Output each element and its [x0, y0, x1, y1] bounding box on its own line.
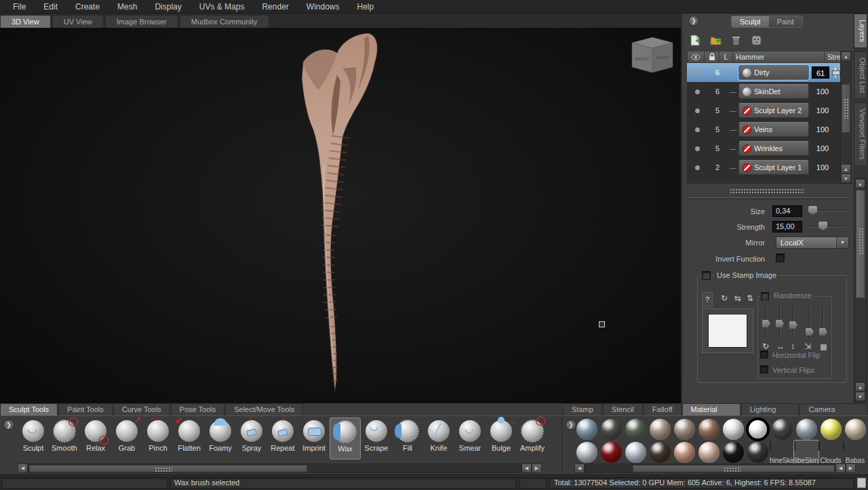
- layer-strength-input[interactable]: 61: [812, 66, 829, 79]
- material-thumb-hineskir[interactable]: hineSkir: [770, 441, 794, 464]
- new-layer-icon[interactable]: [689, 34, 701, 46]
- menu-render[interactable]: Render: [253, 0, 297, 14]
- randomize-slider-1[interactable]: [762, 305, 770, 338]
- layer-pill[interactable]: Veins: [738, 122, 809, 137]
- name-column-header[interactable]: Hammer: [733, 51, 825, 63]
- flip-horizontal-icon[interactable]: ⇆: [734, 293, 741, 303]
- material-swatch[interactable]: [599, 417, 623, 441]
- tool-amplify[interactable]: Amplify: [517, 417, 548, 460]
- tool-tray-scrollbar[interactable]: ◀ ◀ ▶: [18, 464, 551, 473]
- export-icon[interactable]: ⇲: [804, 342, 811, 351]
- chevron-down-icon[interactable]: ▼: [836, 237, 848, 248]
- material-swatch[interactable]: [818, 417, 843, 441]
- tool-smooth[interactable]: Smooth: [49, 417, 80, 460]
- material-swatch[interactable]: [672, 417, 696, 441]
- tab-3d-view[interactable]: 3D View: [0, 15, 51, 28]
- size-input[interactable]: 0,34: [772, 205, 802, 217]
- tab-lighting-presets[interactable]: Lighting Presets: [741, 403, 800, 415]
- vertical-flips-checkbox[interactable]: [760, 365, 768, 373]
- layer-pill[interactable]: SkinDet: [738, 84, 809, 99]
- tab-uv-view[interactable]: UV View: [52, 15, 104, 28]
- layer-row-sculpt-layer-2[interactable]: 5 — Sculpt Layer 2 100: [687, 101, 840, 120]
- flip-vertical-icon[interactable]: ⇅: [747, 293, 753, 303]
- material-tray-scrollbar[interactable]: ◀ ◀ ▶: [574, 464, 865, 473]
- menu-uvs-maps[interactable]: UVs & Maps: [191, 0, 254, 14]
- paint-mode-button[interactable]: Paint: [769, 16, 802, 27]
- layer-pill[interactable]: Dirty: [738, 65, 809, 80]
- use-stamp-checkbox[interactable]: [702, 271, 711, 280]
- tool-imprint[interactable]: Imprint: [298, 417, 330, 460]
- randomize-slider-2[interactable]: [776, 305, 784, 338]
- invert-function-checkbox[interactable]: [776, 253, 785, 262]
- tray-expander-icon[interactable]: ❯: [3, 420, 14, 430]
- level-column-header[interactable]: L: [719, 51, 733, 63]
- layer-pill[interactable]: Sculpt Layer 2: [738, 103, 809, 118]
- randomize-slider-3[interactable]: [789, 305, 797, 338]
- panel-expander-icon[interactable]: ❯: [688, 16, 699, 26]
- panel-splitter-handle[interactable]: [730, 188, 804, 193]
- material-swatch[interactable]: [648, 441, 672, 464]
- scroll-up-icon[interactable]: ▲: [841, 52, 851, 61]
- material-swatch[interactable]: [648, 417, 672, 441]
- rotate-icon[interactable]: ↻: [762, 342, 769, 351]
- scrollbar-thumb[interactable]: [842, 84, 850, 133]
- menu-file[interactable]: File: [4, 0, 35, 14]
- material-thumb-clouds[interactable]: Clouds: [818, 441, 843, 464]
- lock-column-icon[interactable]: [705, 51, 719, 63]
- tool-pinch[interactable]: Pinch: [142, 417, 174, 460]
- scroll-up-icon[interactable]: ▲: [841, 164, 851, 173]
- tab-sculpt-tools[interactable]: Sculpt Tools: [0, 403, 58, 415]
- material-swatch[interactable]: [770, 417, 794, 441]
- scroll-up-icon[interactable]: ▲: [855, 382, 865, 392]
- material-swatch[interactable]: [745, 417, 770, 441]
- tab-curve-tools[interactable]: Curve Tools: [113, 403, 170, 415]
- vertical-range-icon[interactable]: ↕: [791, 342, 795, 351]
- layer-list-scrollbar[interactable]: ▲ ▲ ▼: [840, 51, 852, 184]
- tool-relax[interactable]: Relax: [80, 417, 111, 460]
- menu-mesh[interactable]: Mesh: [108, 0, 146, 14]
- material-swatch[interactable]: [721, 441, 745, 464]
- tab-camera-bookmarks[interactable]: Camera Bookmarks: [800, 403, 867, 415]
- material-swatch[interactable]: [599, 441, 623, 464]
- strength-input[interactable]: 15,00: [772, 221, 802, 232]
- viewcube[interactable]: FRONT RIGHT: [624, 33, 678, 78]
- tool-scrape[interactable]: Scrape: [361, 417, 392, 460]
- randomize-checkbox[interactable]: [761, 292, 769, 300]
- randomize-slider-5[interactable]: [819, 305, 827, 338]
- layer-pill[interactable]: Wrinkles: [738, 141, 809, 156]
- material-swatch[interactable]: [696, 417, 721, 441]
- layer-row-sculpt-layer-1[interactable]: 2 — Sculpt Layer 1 100: [687, 158, 840, 177]
- properties-scrollbar[interactable]: ▲ ▲ ▼: [854, 178, 867, 402]
- layer-row-dirty[interactable]: 6 — Dirty 61: [687, 63, 840, 82]
- layer-row-skindet[interactable]: 6 — SkinDet 100: [687, 82, 840, 101]
- layer-row-veins[interactable]: 5 — Veins 100: [687, 120, 840, 139]
- material-swatch[interactable]: [623, 417, 648, 441]
- menu-create[interactable]: Create: [66, 0, 108, 14]
- tab-material-presets[interactable]: Material Presets: [682, 403, 741, 415]
- material-swatch[interactable]: [745, 441, 770, 464]
- visibility-dot[interactable]: [687, 146, 707, 151]
- tool-smear[interactable]: Smear: [454, 417, 486, 460]
- menu-help[interactable]: Help: [349, 0, 383, 14]
- tool-fill[interactable]: Fill: [392, 417, 423, 460]
- side-tab-object-list[interactable]: Object List: [854, 52, 867, 99]
- visibility-dot[interactable]: [687, 165, 707, 170]
- rotate-icon[interactable]: ↻: [721, 293, 728, 303]
- tab-select-move-tools[interactable]: Select/Move Tools: [225, 403, 303, 415]
- new-folder-icon[interactable]: [709, 34, 722, 46]
- visibility-dot[interactable]: [687, 127, 707, 132]
- scrollbar-thumb[interactable]: [856, 190, 865, 298]
- tab-stencil[interactable]: Stencil: [603, 403, 643, 415]
- scroll-up-icon[interactable]: ▲: [855, 179, 865, 188]
- sculpt-mode-button[interactable]: Sculpt: [732, 16, 769, 27]
- tab-stamp[interactable]: Stamp: [563, 403, 602, 415]
- tab-paint-tools[interactable]: Paint Tools: [58, 403, 113, 415]
- layer-row-wrinkles[interactable]: 5 — Wrinkles 100: [687, 139, 840, 158]
- layer-strength-value[interactable]: 100: [809, 144, 836, 152]
- horizontal-range-icon[interactable]: ↔: [776, 342, 785, 351]
- scroll-left-icon[interactable]: ◀: [18, 464, 28, 473]
- pin-icon[interactable]: [831, 66, 840, 79]
- visibility-dot[interactable]: [687, 89, 707, 94]
- menu-windows[interactable]: Windows: [298, 0, 349, 14]
- material-swatch[interactable]: [623, 441, 648, 464]
